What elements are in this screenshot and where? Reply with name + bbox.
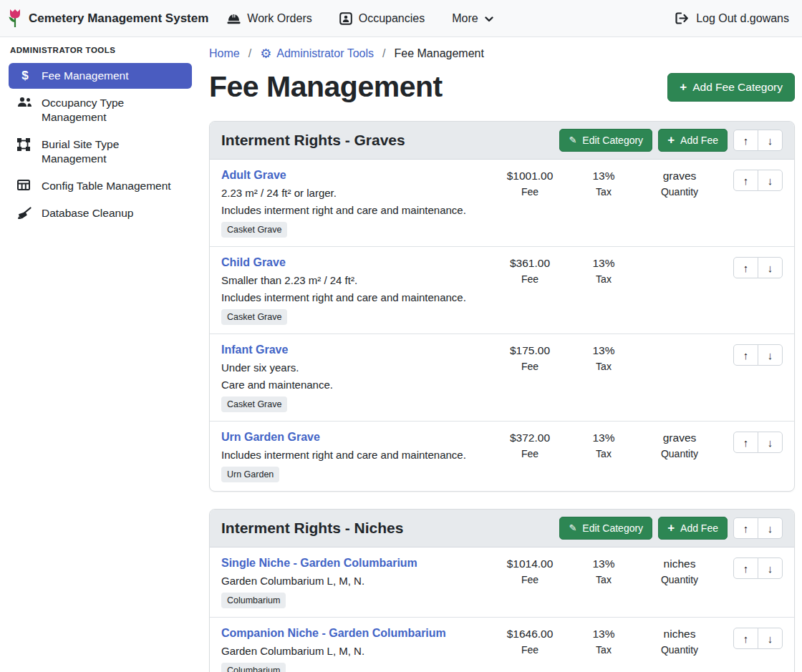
fee-amount-label: Fee — [491, 361, 569, 372]
move-fee-down-button[interactable]: ↓ — [758, 170, 783, 191]
category-reorder-group: ↑ ↓ — [733, 130, 783, 151]
breadcrumb: Home / ⚙ Administrator Tools / Fee Manag… — [209, 47, 795, 60]
breadcrumb-home-link[interactable]: Home — [209, 47, 240, 60]
breadcrumb-current: Fee Management — [395, 47, 484, 60]
move-category-up-button[interactable]: ↑ — [733, 517, 758, 539]
sidebar-item-label: Occupancy Type Management — [42, 96, 183, 125]
sidebar-item-label: Burial Site Type Management — [42, 137, 183, 166]
fee-tax-label: Tax — [569, 448, 638, 459]
arrow-up-icon: ↑ — [743, 563, 749, 575]
nav-occupancies[interactable]: Occupancies — [339, 12, 425, 25]
arrow-down-icon: ↓ — [768, 135, 773, 147]
add-fee-button[interactable]: + Add Fee — [658, 517, 728, 540]
move-fee-up-button[interactable]: ↑ — [733, 432, 758, 453]
nav-work-orders-label: Work Orders — [247, 12, 311, 25]
edit-category-button[interactable]: ✎ Edit Category — [559, 517, 652, 540]
sidebar-item-fee-management[interactable]: $ Fee Management — [9, 63, 192, 89]
fee-row-urn-garden-grave: Urn Garden Grave Includes interment righ… — [210, 422, 794, 491]
move-fee-up-button[interactable]: ↑ — [733, 628, 758, 649]
fee-amount: $175.00 — [491, 344, 569, 357]
fee-amount-column: $1014.00 Fee — [491, 557, 569, 585]
fee-amount-label: Fee — [491, 186, 569, 198]
edit-category-label: Edit Category — [582, 522, 643, 534]
move-fee-down-button[interactable]: ↓ — [758, 557, 783, 579]
fee-name-link[interactable]: Single Niche - Garden Columbarium — [221, 557, 417, 570]
breadcrumb-admin-tools-link[interactable]: ⚙ Administrator Tools — [260, 47, 374, 60]
fee-quantity-label: Quantity — [638, 448, 721, 459]
move-category-down-button[interactable]: ↓ — [758, 130, 783, 151]
move-fee-down-button[interactable]: ↓ — [758, 432, 783, 453]
nav-more-label: More — [452, 12, 478, 25]
fee-tax-label: Tax — [569, 574, 638, 585]
arrow-down-icon: ↓ — [768, 563, 773, 575]
page-header: Fee Management + Add Fee Category — [209, 70, 795, 104]
fee-info: Infant Grave Under six years. Care and m… — [221, 344, 491, 412]
fee-amount-column: $1001.00 Fee — [491, 169, 569, 198]
app-title: Cemetery Management System — [29, 11, 208, 26]
main-content: Home / ⚙ Administrator Tools / Fee Manag… — [200, 37, 802, 672]
fee-category-card-graves: Interment Rights - Graves ✎ Edit Categor… — [209, 121, 795, 492]
fee-amount-column: $1646.00 Fee — [491, 627, 569, 656]
fee-name-link[interactable]: Infant Grave — [221, 344, 288, 356]
fee-type-badge: Casket Grave — [221, 309, 287, 325]
move-fee-down-button[interactable]: ↓ — [758, 344, 783, 366]
nav-links: Work Orders Occupancies More — [227, 12, 493, 25]
add-fee-category-button[interactable]: + Add Fee Category — [667, 73, 795, 102]
arrow-down-icon: ↓ — [768, 633, 773, 645]
move-fee-down-button[interactable]: ↓ — [758, 628, 783, 649]
nav-work-orders[interactable]: Work Orders — [227, 12, 311, 25]
category-reorder-group: ↑ ↓ — [733, 517, 783, 539]
move-category-up-button[interactable]: ↑ — [733, 130, 758, 151]
fee-reorder-group: ↑ ↓ — [721, 431, 783, 453]
gear-icon: ⚙ — [260, 47, 271, 60]
move-fee-up-button[interactable]: ↑ — [733, 170, 758, 191]
add-fee-category-label: Add Fee Category — [692, 81, 783, 94]
logout-link[interactable]: Log Out d.gowans — [675, 12, 789, 25]
sidebar-item-config-table-management[interactable]: Config Table Management — [9, 173, 192, 199]
sidebar-item-burial-site-type-management[interactable]: Burial Site Type Management — [9, 132, 192, 172]
edit-category-button[interactable]: ✎ Edit Category — [559, 129, 652, 152]
app-brand[interactable]: Cemetery Management System — [7, 9, 208, 28]
broom-icon — [17, 207, 33, 220]
fee-name-link[interactable]: Urn Garden Grave — [221, 431, 320, 444]
flower-logo-icon — [7, 9, 23, 28]
move-fee-up-button[interactable]: ↑ — [733, 257, 758, 278]
fee-description: Under six years. — [221, 360, 485, 376]
add-fee-button[interactable]: + Add Fee — [658, 129, 728, 152]
fee-tax-column: 13% Tax — [569, 344, 638, 372]
nav-more-dropdown[interactable]: More — [452, 12, 493, 25]
breadcrumb-admin-tools-label: Administrator Tools — [276, 47, 374, 60]
pencil-icon: ✎ — [569, 135, 576, 145]
fee-amount-label: Fee — [491, 574, 569, 585]
page-title: Fee Management — [209, 70, 443, 104]
sidebar-item-database-cleanup[interactable]: Database Cleanup — [9, 200, 192, 226]
fee-tax-column: 13% Tax — [569, 169, 638, 198]
fee-row-single-niche: Single Niche - Garden Columbarium Garden… — [210, 547, 794, 618]
fee-category-card-niches: Interment Rights - Niches ✎ Edit Categor… — [209, 509, 795, 672]
fee-reorder-group: ↑ ↓ — [721, 256, 783, 278]
fee-row-companion-niche: Companion Niche - Garden Columbarium Gar… — [210, 618, 794, 672]
fee-amount: $1001.00 — [491, 170, 569, 182]
arrow-down-icon: ↓ — [768, 175, 773, 187]
move-fee-up-button[interactable]: ↑ — [733, 344, 758, 366]
move-category-down-button[interactable]: ↓ — [758, 517, 783, 539]
fee-amount: $372.00 — [491, 432, 569, 444]
fee-quantity: graves — [638, 170, 721, 182]
fee-tax-column: 13% Tax — [569, 627, 638, 656]
fee-name-link[interactable]: Child Grave — [221, 256, 286, 269]
move-fee-up-button[interactable]: ↑ — [733, 557, 758, 579]
move-fee-down-button[interactable]: ↓ — [758, 257, 783, 278]
dollar-icon: $ — [17, 69, 33, 82]
fee-tax-label: Tax — [569, 186, 638, 198]
fee-amount-label: Fee — [491, 448, 569, 459]
fee-type-badge: Casket Grave — [221, 222, 287, 238]
fee-quantity-column — [638, 344, 721, 344]
plus-icon: + — [680, 82, 687, 92]
fee-name-link[interactable]: Companion Niche - Garden Columbarium — [221, 627, 446, 640]
sidebar-item-occupancy-type-management[interactable]: Occupancy Type Management — [9, 90, 192, 130]
breadcrumb-separator: / — [382, 47, 385, 60]
fee-name-link[interactable]: Adult Grave — [221, 169, 286, 182]
fee-tax-column: 13% Tax — [569, 557, 638, 585]
nav-occupancies-label: Occupancies — [359, 12, 425, 25]
occupant-box-icon — [339, 12, 352, 25]
